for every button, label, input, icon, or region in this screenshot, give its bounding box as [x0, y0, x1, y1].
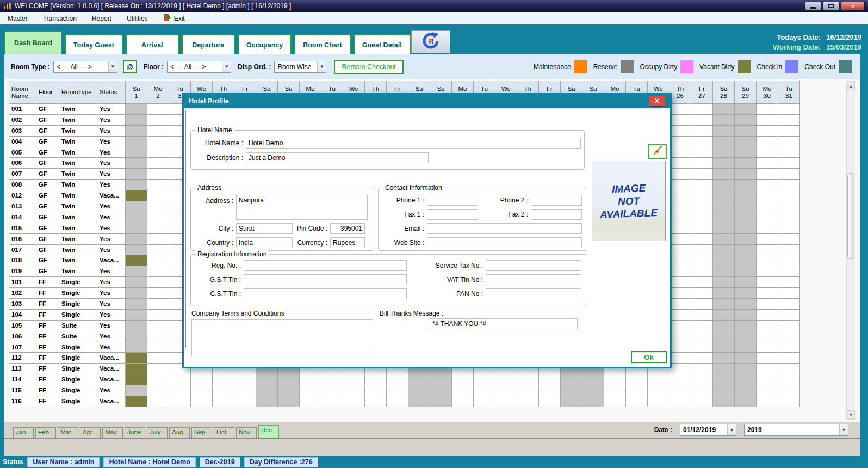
- day-cell[interactable]: [191, 396, 213, 407]
- day-cell[interactable]: [126, 137, 147, 147]
- day-cell[interactable]: [757, 126, 778, 137]
- day-cell[interactable]: [778, 115, 800, 126]
- day-cell[interactable]: [147, 169, 169, 180]
- day-cell[interactable]: [669, 126, 691, 137]
- day-cell[interactable]: [735, 255, 757, 266]
- day-cell[interactable]: [648, 374, 669, 385]
- scrollbar-thumb[interactable]: [847, 173, 854, 259]
- day-cell[interactable]: [147, 299, 169, 310]
- day-cell[interactable]: [735, 212, 757, 223]
- day-cell[interactable]: [778, 396, 800, 407]
- day-cell[interactable]: [778, 147, 800, 158]
- day-cell[interactable]: [561, 385, 582, 396]
- day-cell[interactable]: [735, 288, 757, 299]
- day-cell[interactable]: [234, 374, 256, 385]
- day-cell[interactable]: [757, 137, 778, 147]
- day-cell[interactable]: [691, 374, 713, 385]
- day-cell[interactable]: [495, 374, 517, 385]
- day-cell[interactable]: [691, 169, 713, 180]
- day-cell[interactable]: [147, 223, 169, 234]
- gst-tin-input[interactable]: [244, 274, 407, 285]
- day-cell[interactable]: [757, 310, 778, 321]
- terms-input[interactable]: [191, 319, 373, 356]
- day-cell[interactable]: [691, 266, 713, 277]
- day-cell[interactable]: [604, 396, 626, 407]
- day-cell[interactable]: [539, 374, 561, 385]
- day-cell[interactable]: [126, 245, 147, 256]
- day-cell[interactable]: [778, 212, 800, 223]
- day-cell[interactable]: [735, 364, 757, 374]
- day-cell[interactable]: [147, 266, 169, 277]
- day-cell[interactable]: [126, 234, 147, 245]
- day-cell[interactable]: [669, 169, 691, 180]
- day-cell[interactable]: [126, 353, 147, 364]
- day-cell[interactable]: [778, 364, 800, 374]
- day-cell[interactable]: [169, 374, 191, 385]
- day-cell[interactable]: [669, 364, 691, 374]
- day-cell[interactable]: [735, 277, 757, 288]
- day-cell[interactable]: [713, 180, 735, 190]
- day-cell[interactable]: [669, 180, 691, 190]
- month-tab-jan[interactable]: Jan: [13, 427, 34, 438]
- day-cell[interactable]: [735, 342, 757, 353]
- day-cell[interactable]: [256, 396, 278, 407]
- day-cell[interactable]: [126, 147, 147, 158]
- scroll-down-icon[interactable]: ▼: [847, 410, 855, 419]
- dialog-close-button[interactable]: X: [649, 96, 665, 107]
- day-cell[interactable]: [147, 385, 169, 396]
- day-cell[interactable]: [757, 353, 778, 364]
- day-cell[interactable]: [147, 353, 169, 364]
- day-cell[interactable]: [757, 299, 778, 310]
- fax1-input[interactable]: [427, 209, 478, 220]
- day-cell[interactable]: [757, 234, 778, 245]
- day-cell[interactable]: [213, 396, 234, 407]
- day-cell[interactable]: [691, 223, 713, 234]
- day-cell[interactable]: [757, 374, 778, 385]
- day-cell[interactable]: [713, 201, 735, 212]
- day-cell[interactable]: [430, 396, 452, 407]
- day-cell[interactable]: [669, 331, 691, 342]
- day-cell[interactable]: [147, 288, 169, 299]
- day-cell[interactable]: [604, 374, 626, 385]
- day-cell[interactable]: [126, 255, 147, 266]
- day-cell[interactable]: [691, 137, 713, 147]
- day-cell[interactable]: [213, 374, 234, 385]
- day-cell[interactable]: [713, 212, 735, 223]
- day-cell[interactable]: [757, 158, 778, 169]
- day-cell[interactable]: [126, 126, 147, 137]
- day-cell[interactable]: [735, 385, 757, 396]
- day-cell[interactable]: [713, 255, 735, 266]
- day-cell[interactable]: [343, 374, 365, 385]
- day-cell[interactable]: [735, 201, 757, 212]
- day-cell[interactable]: [713, 299, 735, 310]
- fax2-input[interactable]: [531, 209, 582, 220]
- day-cell[interactable]: [430, 374, 452, 385]
- day-cell[interactable]: [582, 396, 604, 407]
- day-cell[interactable]: [147, 158, 169, 169]
- day-cell[interactable]: [735, 310, 757, 321]
- month-tab-dec[interactable]: Dec: [258, 425, 279, 438]
- day-cell[interactable]: [495, 385, 517, 396]
- day-cell[interactable]: [713, 190, 735, 201]
- tab-dash-board[interactable]: Dash Board: [4, 31, 62, 54]
- day-cell[interactable]: [669, 212, 691, 223]
- day-cell[interactable]: [321, 374, 343, 385]
- day-cell[interactable]: [365, 385, 387, 396]
- day-cell[interactable]: [147, 321, 169, 331]
- day-cell[interactable]: [126, 288, 147, 299]
- tab-today-guest[interactable]: Today Guest: [65, 34, 123, 54]
- day-cell[interactable]: [735, 245, 757, 256]
- day-cell[interactable]: [778, 288, 800, 299]
- day-cell[interactable]: [452, 374, 474, 385]
- month-tab-june[interactable]: June: [125, 427, 145, 438]
- day-cell[interactable]: [735, 147, 757, 158]
- day-cell[interactable]: [757, 364, 778, 374]
- day-cell[interactable]: [713, 245, 735, 256]
- day-cell[interactable]: [757, 245, 778, 256]
- day-cell[interactable]: [147, 331, 169, 342]
- day-cell[interactable]: [126, 277, 147, 288]
- room-row[interactable]: 115FFSingleYes: [9, 385, 800, 396]
- tab-occupancy[interactable]: Occupancy: [238, 34, 292, 54]
- day-cell[interactable]: [126, 374, 147, 385]
- day-cell[interactable]: [757, 288, 778, 299]
